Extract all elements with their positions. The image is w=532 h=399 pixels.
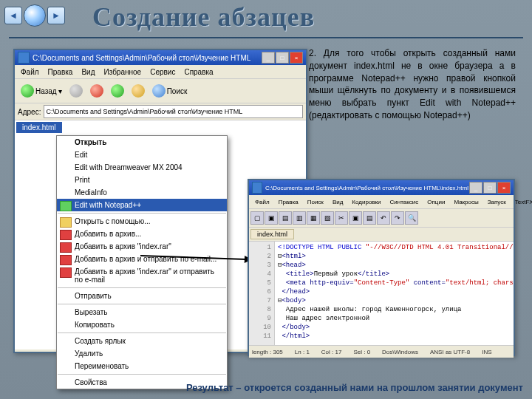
np-menu-7[interactable]: Макросы [449,199,482,205]
ctx-separator4 [58,332,226,333]
c5c: content= [409,279,446,287]
tb-find-icon[interactable]: 🔍 [405,211,418,225]
tb-new-icon[interactable]: ▢ [250,211,264,225]
maximize-button[interactable]: □ [276,52,289,64]
ctx-separator [58,213,226,214]
menu-tools[interactable]: Сервис [146,68,180,76]
editor-tab[interactable]: index.html [250,229,294,239]
ln9: 9 [249,314,271,323]
np-menu-6[interactable]: Опции [423,199,449,205]
np-minimize[interactable]: _ [469,182,482,194]
status-fmt: Dos\Windows [382,349,418,355]
stop-button[interactable] [87,83,106,99]
notepad-titlebar: C:\Documents and Settings\Admin\Рабочий … [249,180,514,195]
npp-icon [60,201,72,211]
menu-edit[interactable]: Правка [44,68,78,76]
forward-button[interactable] [66,83,86,99]
notepad-tabs: index.html [249,228,514,242]
search-button[interactable]: Поиск [149,83,191,99]
menu-favorites[interactable]: Избранное [99,68,146,76]
explorer-toolbar: Назад ▾ Поиск [15,79,306,103]
address-field[interactable]: C:\Documents and Settings\Admin\Рабочий … [44,105,303,118]
np-menu-1[interactable]: Правка [274,199,303,205]
search-icon [152,84,166,98]
ctx-archive[interactable]: Добавить в архив... [57,228,227,240]
instruction-text: 2. Для того чтобы открыть созданный нами… [309,47,516,122]
line-gutter: 1 2 3 4 5 6 7 8 9 10 11 [249,242,275,345]
status-ins: INS [482,349,491,355]
tb-redo-icon[interactable]: ↷ [391,211,404,225]
ctx-copy[interactable]: Копировать [57,318,227,331]
explorer-titlebar: C:\Documents and Settings\Admin\Рабочий … [15,50,306,65]
ctx-cut[interactable]: Вырезать [57,306,227,318]
close-button[interactable]: × [290,52,303,64]
ln10: 10 [249,323,271,332]
menu-help[interactable]: Справка [180,68,217,76]
np-close[interactable]: × [497,182,511,194]
nav-button-group: ◄ ► [4,4,65,27]
ctx-send[interactable]: Отправить [57,290,227,302]
context-menu: Открыть Edit Edit with Dreamweaver MX 20… [56,135,228,389]
folder-icon [18,52,30,64]
ctx-open[interactable]: Открыть [57,136,227,149]
ln3: 3 [249,261,271,270]
stop-icon [90,84,103,98]
ctx-mediainfo[interactable]: MediaInfo [57,186,227,199]
ctx-print[interactable]: Print [57,174,227,186]
file-item[interactable]: index.html [16,122,62,133]
np-menu-4[interactable]: Кодировки [347,199,385,205]
home-button[interactable] [24,4,46,27]
ln2: 2 [249,252,271,261]
tb-paste-icon[interactable]: ▤ [363,211,376,225]
ctx-rar[interactable]: Добавить в архив "index.rar" [57,240,227,253]
prev-button[interactable]: ◄ [4,7,22,24]
tb-open-icon[interactable]: ▣ [265,211,278,225]
refresh-button[interactable] [108,83,127,99]
back-label: Назад [35,87,57,95]
notepad-title-text: C:\Documents and Settings\Admin\Рабочий … [265,185,469,191]
ctx-edit-dw[interactable]: Edit with Dreamweaver MX 2004 [57,161,227,174]
ctx-rename[interactable]: Переименовать [57,360,227,372]
code-area[interactable]: <!DOCTYPE HTML PUBLIC "-//W3C//DTD HTML … [275,242,514,345]
menu-view[interactable]: Вид [77,68,99,76]
tb-saveall-icon[interactable]: ▥ [293,211,306,225]
ctx-shortcut[interactable]: Создать ярлык [57,335,227,347]
menu-file[interactable]: Файл [16,68,44,76]
tb-undo-icon[interactable]: ↶ [377,211,390,225]
result-text: Результат – откроется созданный нами на … [0,382,523,393]
address-value: C:\Documents and Settings\Admin\Рабочий … [46,108,242,115]
ctx-delete[interactable]: Удалить [57,347,227,360]
np-menu-0[interactable]: Файл [250,199,274,205]
address-label: Адрес: [18,108,41,116]
c4a: <title> [286,270,314,278]
tb-cut-icon[interactable]: ✂ [335,211,348,225]
back-button[interactable]: Назад ▾ [18,83,65,99]
ctx-separator5 [58,374,226,375]
np-menu-9[interactable]: TextFX [511,199,532,205]
np-menu-3[interactable]: Вид [328,199,347,205]
np-menu-8[interactable]: Запуск [483,199,511,205]
ctx-raremail-label: Добавить в архив "index.rar" и отправить… [75,267,214,284]
tb-copy-icon[interactable]: ▣ [349,211,362,225]
status-col: Col : 17 [321,349,342,355]
ctx-edit[interactable]: Edit [57,149,227,161]
c5b: "Content-Type" [354,279,410,287]
tb-print-icon[interactable]: ▧ [321,211,334,225]
next-button[interactable]: ► [47,7,65,24]
np-menu-5[interactable]: Синтаксис [386,199,423,205]
address-bar: Адрес: C:\Documents and Settings\Admin\Р… [15,103,306,120]
notepad-window: C:\Documents and Settings\Admin\Рабочий … [248,179,515,356]
ctx-rar-email[interactable]: Добавить в архив "index.rar" и отправить… [57,265,227,286]
status-enc: ANSI as UTF-8 [430,349,470,355]
tb-close-icon[interactable]: ▦ [307,211,320,225]
np-menu-2[interactable]: Поиск [303,199,328,205]
ctx-edit-npp[interactable]: Edit with Notepad++ [57,199,227,211]
np-maximize[interactable]: □ [483,182,497,194]
c1a: <!DOCTYPE HTML PUBLIC [278,244,366,251]
c5a: <meta http-equiv= [286,279,354,287]
minimize-button[interactable]: _ [262,52,275,64]
ctx-openwith[interactable]: Открыть с помощью... [57,215,227,228]
home2-button[interactable] [129,83,148,99]
status-ln: Ln : 1 [295,349,310,355]
tb-save-icon[interactable]: ▤ [279,211,292,225]
